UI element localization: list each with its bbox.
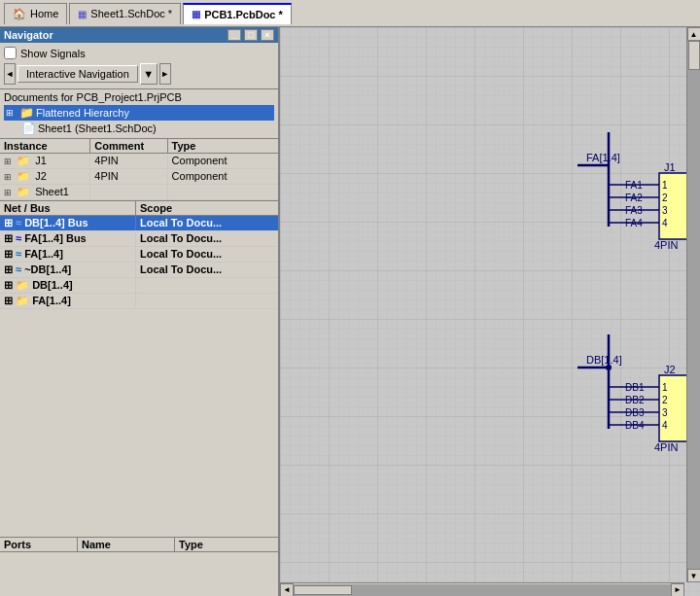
expand-db-folder: ⊞ xyxy=(4,279,13,291)
svg-text:DB2: DB2 xyxy=(625,395,645,405)
expand-db-bus: ⊞ xyxy=(4,217,13,228)
pcb-icon: ▦ xyxy=(192,9,200,19)
folder-icon-db: 📁 xyxy=(16,279,29,291)
svg-text:3: 3 xyxy=(662,205,668,216)
instance-sheet1-label: Sheet1 xyxy=(35,186,69,197)
svg-text:DB3: DB3 xyxy=(625,407,645,418)
instance-col-header: Instance xyxy=(0,139,90,153)
expand-j1: ⊞ xyxy=(4,157,12,166)
folder-icon-sheet1: 📄 xyxy=(21,122,36,135)
vertical-scrollbar[interactable]: ▲ ▼ xyxy=(686,27,700,582)
canvas-area: FA[1.4] FA1 FA2 FA3 FA4 1 2 3 4 J1 4PIN xyxy=(280,27,700,596)
tab-home-label: Home xyxy=(30,8,58,19)
scroll-left-arrow[interactable]: ◄ xyxy=(4,63,16,85)
scroll-track-v[interactable] xyxy=(687,41,700,569)
tab-bar: 🏠 Home ▦ Sheet1.SchDoc * ▦ PCB1.PcbDoc * xyxy=(0,0,700,27)
comment-col-header: Comment xyxy=(90,139,167,153)
net-label-db-bus: DB[1..4] Bus xyxy=(24,217,88,228)
navigator-title-bar: Navigator _ □ × xyxy=(0,27,278,43)
scroll-left-button[interactable]: ◄ xyxy=(280,583,294,597)
type-col-header-ports: Type xyxy=(175,538,278,551)
svg-text:J1: J1 xyxy=(664,161,676,173)
bus-icon-fa: ≈ xyxy=(16,232,21,244)
expand-sheet1-inst: ⊞ xyxy=(4,188,12,197)
bus-icon-db: ≈ xyxy=(16,217,21,228)
type-sheet1 xyxy=(168,185,278,199)
scroll-right-button[interactable]: ► xyxy=(671,583,684,597)
comment-j1: 4PIN xyxy=(90,154,167,168)
horizontal-scrollbar[interactable]: ◄ ► xyxy=(280,582,684,596)
nav-dropdown-arrow[interactable]: ▼ xyxy=(140,63,158,85)
scope-db: Local To Docu... xyxy=(136,263,278,277)
scroll-right-arrow[interactable]: ► xyxy=(159,63,171,85)
title-bar-buttons: _ □ × xyxy=(226,29,274,41)
type-j2: Component xyxy=(168,169,278,184)
tree-label-sheet1: Sheet1 (Sheet1.SchDoc) xyxy=(38,123,157,134)
comment-j2: 4PIN xyxy=(90,169,167,184)
folder-sheet1-inst: 📁 xyxy=(17,186,30,197)
net-label-fa-bus: FA[1..4] Bus xyxy=(24,232,87,244)
folder-j1: 📁 xyxy=(17,155,30,166)
scroll-thumb-h[interactable] xyxy=(294,585,352,595)
svg-text:FA4: FA4 xyxy=(625,218,643,228)
scope-fa-folder xyxy=(136,294,278,308)
instance-row-sheet1[interactable]: ⊞ 📁 Sheet1 xyxy=(0,185,278,200)
svg-text:2: 2 xyxy=(662,193,668,203)
scroll-up-button[interactable]: ▲ xyxy=(687,27,701,41)
net-row-db-folder[interactable]: ⊞ 📁 DB[1..4] xyxy=(0,278,278,294)
net-section: Net / Bus Scope ⊞ ≈ DB[1..4] Bus Local T… xyxy=(0,201,278,538)
show-signals-checkbox[interactable] xyxy=(4,47,17,59)
svg-rect-1 xyxy=(280,27,700,596)
net-table-header: Net / Bus Scope xyxy=(0,201,278,216)
tree-item-flattened[interactable]: ⊞ 📁 Flattened Hierarchy xyxy=(4,105,274,121)
net-label-db: ~DB[1..4] xyxy=(24,263,71,275)
tree-item-sheet1[interactable]: 📄 Sheet1 (Sheet1.SchDoc) xyxy=(4,121,274,136)
svg-text:FA[1.4]: FA[1.4] xyxy=(586,152,620,163)
instance-table-section: Instance Comment Type ⊞ 📁 J1 4PIN Compon… xyxy=(0,139,278,201)
tab-sch-label: Sheet1.SchDoc * xyxy=(90,8,172,19)
interactive-nav-button[interactable]: Interactive Navigation xyxy=(18,65,138,83)
net-icon-db: ≈ xyxy=(16,263,21,275)
scroll-thumb-v[interactable] xyxy=(688,41,700,70)
ports-header: Ports Name Type xyxy=(0,538,278,552)
net-row-db-net[interactable]: ⊞ ≈ ~DB[1..4] Local To Docu... xyxy=(0,263,278,278)
net-label-db-folder: DB[1..4] xyxy=(32,279,73,291)
svg-text:2: 2 xyxy=(662,395,668,405)
navigator-title: Navigator xyxy=(4,29,53,41)
svg-text:1: 1 xyxy=(662,382,668,393)
instance-j1-label: J1 xyxy=(35,155,47,166)
svg-text:DB[1.4]: DB[1.4] xyxy=(586,354,622,366)
tab-schdoc[interactable]: ▦ Sheet1.SchDoc * xyxy=(69,3,181,24)
net-row-fa-bus[interactable]: ⊞ ≈ FA[1..4] Bus Local To Docu... xyxy=(0,231,278,247)
show-signals-label: Show Signals xyxy=(20,48,86,59)
expand-fa-folder: ⊞ xyxy=(4,295,13,306)
net-row-fa-folder[interactable]: ⊞ 📁 FA[1..4] xyxy=(0,294,278,309)
name-col-header: Name xyxy=(78,538,175,551)
grid-canvas: FA[1.4] FA1 FA2 FA3 FA4 1 2 3 4 J1 4PIN xyxy=(280,27,700,596)
ports-section: Ports Name Type xyxy=(0,538,278,596)
instance-row-j2[interactable]: ⊞ 📁 J2 4PIN Component xyxy=(0,169,278,185)
net-row-db-bus[interactable]: ⊞ ≈ DB[1..4] Bus Local To Docu... xyxy=(0,216,278,231)
close-button[interactable]: × xyxy=(261,29,274,41)
maximize-button[interactable]: □ xyxy=(244,29,258,41)
scroll-down-button[interactable]: ▼ xyxy=(687,569,701,582)
net-row-fa-net[interactable]: ⊞ ≈ FA[1..4] Local To Docu... xyxy=(0,247,278,263)
svg-text:4: 4 xyxy=(662,420,668,431)
main-layout: Navigator _ □ × Show Signals ◄ Interacti… xyxy=(0,27,700,596)
show-signals-row: Show Signals xyxy=(4,47,274,59)
expand-db-net: ⊞ xyxy=(4,263,13,275)
expand-icon-flattened: ⊞ xyxy=(6,108,19,118)
documents-title: Documents for PCB_Project1.PrjPCB xyxy=(4,91,274,103)
svg-text:FA2: FA2 xyxy=(625,193,643,203)
svg-text:4PIN: 4PIN xyxy=(654,239,679,251)
svg-text:4: 4 xyxy=(662,218,668,228)
instance-row-j1[interactable]: ⊞ 📁 J1 4PIN Component xyxy=(0,154,278,169)
tab-pcb-label: PCB1.PcbDoc * xyxy=(204,9,283,20)
expand-fa-bus: ⊞ xyxy=(4,232,13,244)
scroll-track-h[interactable] xyxy=(294,584,671,596)
scope-col-header: Scope xyxy=(136,201,278,215)
tab-pcbdoc[interactable]: ▦ PCB1.PcbDoc * xyxy=(183,3,292,24)
minimize-button[interactable]: _ xyxy=(228,29,241,41)
tab-home[interactable]: 🏠 Home xyxy=(4,3,67,24)
comment-sheet1 xyxy=(90,185,167,199)
